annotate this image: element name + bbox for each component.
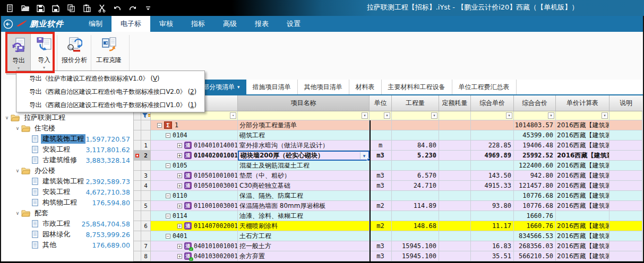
- unit-cell[interactable]: m3: [370, 241, 392, 251]
- name-cell[interactable]: 保温、隔热、防腐工程: [238, 191, 370, 201]
- export-menu-item-1[interactable]: 导出《拉萨市建设工程造价数据标准V1.0》 (V): [16, 72, 204, 85]
- quantity-cell[interactable]: 15945.100: [392, 241, 439, 251]
- filter-dropdown-icon[interactable]: ▾: [602, 112, 608, 119]
- code-cell[interactable]: +清011001003001: [151, 201, 238, 211]
- calc-table-cell[interactable]: [556, 211, 609, 221]
- total-price-cell[interactable]: 1660.76: [514, 221, 556, 231]
- unit-price-cell[interactable]: 93.80: [471, 201, 514, 211]
- name-cell[interactable]: 混凝土及钢筋混凝土工程: [238, 161, 370, 171]
- tree-item-办公楼[interactable]: ∨办公楼: [0, 165, 133, 176]
- quota-cell[interactable]: [439, 120, 471, 130]
- filter-cell-calc[interactable]: ▾: [556, 111, 609, 120]
- tree-item-住宅楼[interactable]: ∨住宅楼: [0, 123, 133, 134]
- filter-cell-unit[interactable]: ▾: [370, 111, 392, 120]
- chevron-down-icon[interactable]: ∨: [14, 126, 21, 131]
- ribbon-tab-7[interactable]: 设置: [278, 16, 310, 32]
- quota-cell[interactable]: [439, 201, 471, 211]
- tree-item-拉萨联测工程[interactable]: ∨拉萨联测工程: [0, 112, 133, 123]
- unit-price-cell[interactable]: 4915.33: [471, 181, 514, 191]
- open-folder-icon[interactable]: [20, 3, 30, 13]
- ribbon-tab-6[interactable]: 报表: [246, 16, 278, 32]
- unit-price-cell[interactable]: [471, 130, 514, 141]
- filter-dropdown-icon[interactable]: ▾: [362, 112, 368, 119]
- quota-cell[interactable]: [439, 141, 471, 151]
- unit-cell[interactable]: m3: [370, 181, 392, 191]
- unit-cell[interactable]: [370, 211, 392, 221]
- total-price-cell[interactable]: 10776.68: [514, 191, 556, 201]
- expand-icon[interactable]: +: [177, 244, 182, 249]
- quantity-cell[interactable]: 148.68: [392, 221, 439, 231]
- calc-table-cell[interactable]: 2016西藏【建筑装: [556, 221, 609, 231]
- chevron-down-icon[interactable]: ∨: [14, 168, 21, 173]
- table-row[interactable]: −0110保温、隔热、防腐工程10776.682016西藏【建筑装: [134, 191, 643, 201]
- note-cell[interactable]: [609, 151, 642, 161]
- tree-item-安装工程[interactable]: 安装工程3,117,801.62: [0, 144, 133, 155]
- note-cell[interactable]: [609, 171, 642, 181]
- unit-price-cell[interactable]: 35.51: [471, 251, 514, 261]
- total-price-cell[interactable]: 45399.00: [514, 130, 556, 141]
- import-button[interactable]: 导入 ▾: [33, 33, 55, 75]
- name-cell[interactable]: 室外排水暗沟（做法详见设计）: [238, 141, 370, 151]
- name-cell[interactable]: 油漆、涂料、裱糊工程: [238, 211, 370, 221]
- total-price-cell[interactable]: 25992.52: [514, 151, 556, 161]
- note-cell[interactable]: [609, 191, 642, 201]
- note-cell[interactable]: [609, 120, 642, 130]
- name-cell[interactable]: 天棚喷刷涂料: [238, 221, 370, 231]
- filter-cell-name[interactable]: ▾: [238, 111, 370, 120]
- tree-item-建筑装饰工程[interactable]: 建筑装饰工程2,392,589.73: [0, 176, 133, 187]
- code-cell[interactable]: +清✓040101001001: [151, 241, 238, 251]
- name-cell[interactable]: C30商砼独立基础: [238, 181, 370, 191]
- back-button[interactable]: [0, 16, 16, 32]
- filter-cell-code[interactable]: ▾: [151, 111, 238, 120]
- total-price-cell[interactable]: 942.80: [514, 171, 556, 181]
- name-cell[interactable]: 保温隔热墙面 80mm厚岩棉板: [238, 201, 370, 211]
- code-cell[interactable]: −0105: [151, 161, 238, 171]
- table-row[interactable]: 8+清✓040103002001余方弃置m315945.10035.515662…: [134, 251, 643, 261]
- undo-icon[interactable]: [112, 3, 123, 13]
- unit-price-cell[interactable]: [471, 120, 514, 130]
- quantity-cell[interactable]: 24.710: [392, 181, 439, 191]
- quota-cell[interactable]: [439, 191, 471, 201]
- unit-price-cell[interactable]: 16.83: [471, 241, 514, 251]
- export-dropdown-arrow-icon[interactable]: ▾: [18, 67, 20, 70]
- collapse-icon[interactable]: −: [166, 194, 170, 198]
- unit-price-cell[interactable]: 143.50: [471, 171, 514, 181]
- code-cell[interactable]: −0114: [151, 211, 238, 221]
- export-button[interactable]: 导出 ▾: [6, 33, 31, 75]
- calc-table-cell[interactable]: 2016西藏【建筑装: [556, 130, 609, 141]
- total-price-cell[interactable]: 566210.50: [514, 251, 556, 261]
- code-cell[interactable]: +清010501001001: [151, 171, 238, 181]
- quantity-cell[interactable]: 6.570: [392, 171, 439, 181]
- toolbar-more-icon[interactable]: [143, 3, 153, 13]
- note-cell[interactable]: [609, 161, 642, 171]
- expand-icon[interactable]: +: [177, 224, 182, 229]
- project-clone-button[interactable]: 工程克隆: [92, 33, 125, 75]
- column-header-note[interactable]: 说明: [609, 95, 642, 111]
- collapse-icon[interactable]: −: [166, 214, 170, 218]
- tree-item-其他[interactable]: 其他176,689.00: [0, 240, 133, 250]
- code-cell[interactable]: +清010402001001: [151, 151, 238, 161]
- name-cell[interactable]: 砌筑工程: [238, 130, 370, 141]
- name-cell[interactable]: 砌块墙200厚（砼实心砌块）▾: [238, 151, 370, 161]
- import-dropdown-arrow-icon[interactable]: ▾: [43, 66, 45, 69]
- tree-item-古建筑维修[interactable]: 古建筑维修3,883,328.14: [0, 155, 133, 165]
- table-row[interactable]: 6+清011407002001天棚喷刷涂料m2148.6811.171660.7…: [134, 221, 643, 231]
- calc-table-cell[interactable]: 2016西藏【建筑装: [556, 201, 609, 211]
- ribbon-tab-1[interactable]: 编制: [80, 16, 111, 32]
- filter-dropdown-icon[interactable]: ▾: [230, 112, 236, 119]
- unit-cell[interactable]: m3: [370, 251, 392, 261]
- tree-item-建筑装饰工程[interactable]: 建筑装饰工程1,597,720.57: [0, 134, 133, 144]
- calc-table-cell[interactable]: 2016西藏【建筑装: [556, 251, 609, 261]
- code-cell[interactable]: −0110: [151, 191, 238, 201]
- redo-icon[interactable]: [127, 3, 138, 13]
- collapse-icon[interactable]: −: [157, 123, 162, 128]
- quota-cell[interactable]: [439, 161, 471, 171]
- expand-icon[interactable]: +: [177, 204, 182, 208]
- unit-price-cell[interactable]: [471, 161, 514, 171]
- collapse-icon[interactable]: −: [166, 234, 170, 239]
- unit-price-cell[interactable]: 11.17: [471, 221, 514, 231]
- total-price-cell[interactable]: 268356.03: [514, 241, 556, 251]
- quantity-cell[interactable]: [392, 191, 439, 201]
- tree-item-市政工程[interactable]: 市政工程25,854,704.58: [0, 218, 133, 229]
- quantity-cell[interactable]: 15945.100: [392, 251, 439, 261]
